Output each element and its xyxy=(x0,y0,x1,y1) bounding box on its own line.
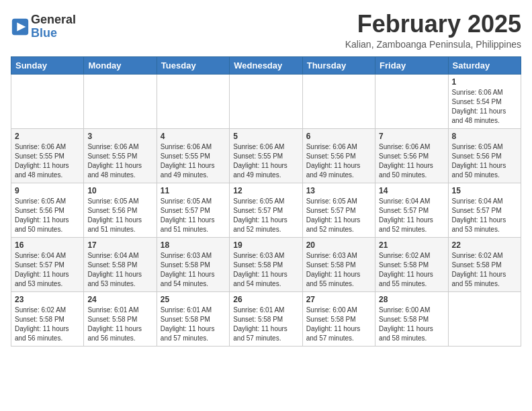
calendar-cell: 2Sunrise: 6:06 AM Sunset: 5:55 PM Daylig… xyxy=(11,128,84,183)
day-info: Sunrise: 6:05 AM Sunset: 5:56 PM Dayligh… xyxy=(15,197,80,234)
day-info: Sunrise: 6:01 AM Sunset: 5:58 PM Dayligh… xyxy=(233,306,298,343)
day-number: 28 xyxy=(379,295,444,304)
calendar-cell: 11Sunrise: 6:05 AM Sunset: 5:57 PM Dayli… xyxy=(157,183,229,237)
calendar-cell: 5Sunrise: 6:06 AM Sunset: 5:55 PM Daylig… xyxy=(230,128,302,183)
calendar-cell: 8Sunrise: 6:05 AM Sunset: 5:56 PM Daylig… xyxy=(448,128,521,183)
day-info: Sunrise: 6:02 AM Sunset: 5:58 PM Dayligh… xyxy=(379,251,444,289)
day-info: Sunrise: 6:00 AM Sunset: 5:58 PM Dayligh… xyxy=(306,306,371,343)
calendar-cell: 19Sunrise: 6:03 AM Sunset: 5:58 PM Dayli… xyxy=(230,237,302,291)
calendar-week-row: 9Sunrise: 6:05 AM Sunset: 5:56 PM Daylig… xyxy=(11,183,521,237)
calendar-table: SundayMondayTuesdayWednesdayThursdayFrid… xyxy=(11,56,521,347)
calendar-cell: 3Sunrise: 6:06 AM Sunset: 5:55 PM Daylig… xyxy=(84,128,157,183)
day-info: Sunrise: 6:04 AM Sunset: 5:57 PM Dayligh… xyxy=(15,251,80,289)
calendar-cell: 22Sunrise: 6:02 AM Sunset: 5:58 PM Dayli… xyxy=(448,237,521,291)
calendar-cell: 10Sunrise: 6:05 AM Sunset: 5:56 PM Dayli… xyxy=(84,183,157,237)
calendar-cell: 26Sunrise: 6:01 AM Sunset: 5:58 PM Dayli… xyxy=(230,291,302,346)
weekday-header: Friday xyxy=(375,56,448,74)
weekday-header: Tuesday xyxy=(157,56,229,74)
month-year: February 2025 xyxy=(345,11,521,38)
day-info: Sunrise: 6:01 AM Sunset: 5:58 PM Dayligh… xyxy=(87,306,152,343)
weekday-header: Sunday xyxy=(11,56,84,74)
day-number: 10 xyxy=(87,186,152,195)
weekday-header: Wednesday xyxy=(230,56,302,74)
day-info: Sunrise: 6:06 AM Sunset: 5:55 PM Dayligh… xyxy=(15,142,80,180)
day-info: Sunrise: 6:05 AM Sunset: 5:57 PM Dayligh… xyxy=(233,197,298,234)
day-number: 18 xyxy=(161,240,226,250)
day-number: 6 xyxy=(306,132,371,141)
day-info: Sunrise: 6:04 AM Sunset: 5:57 PM Dayligh… xyxy=(452,197,517,234)
logo-icon xyxy=(11,17,30,36)
day-number: 2 xyxy=(15,132,80,141)
day-number: 23 xyxy=(15,295,80,304)
day-info: Sunrise: 6:06 AM Sunset: 5:55 PM Dayligh… xyxy=(87,142,152,180)
day-info: Sunrise: 6:06 AM Sunset: 5:55 PM Dayligh… xyxy=(233,142,298,180)
weekday-header: Monday xyxy=(84,56,157,74)
day-info: Sunrise: 6:05 AM Sunset: 5:56 PM Dayligh… xyxy=(452,142,517,180)
calendar-cell: 23Sunrise: 6:02 AM Sunset: 5:58 PM Dayli… xyxy=(11,291,84,346)
day-number: 3 xyxy=(87,132,152,141)
calendar-cell: 28Sunrise: 6:00 AM Sunset: 5:58 PM Dayli… xyxy=(375,291,448,346)
day-number: 21 xyxy=(379,240,444,250)
calendar-week-row: 2Sunrise: 6:06 AM Sunset: 5:55 PM Daylig… xyxy=(11,128,521,183)
title-block: February 2025 Kalian, Zamboanga Peninsul… xyxy=(345,11,521,50)
calendar-cell xyxy=(302,74,375,128)
calendar-cell: 12Sunrise: 6:05 AM Sunset: 5:57 PM Dayli… xyxy=(230,183,302,237)
day-number: 1 xyxy=(452,77,517,87)
calendar-cell xyxy=(157,74,229,128)
day-info: Sunrise: 6:04 AM Sunset: 5:58 PM Dayligh… xyxy=(87,251,152,289)
day-number: 24 xyxy=(87,295,152,304)
calendar-cell: 14Sunrise: 6:04 AM Sunset: 5:57 PM Dayli… xyxy=(375,183,448,237)
day-info: Sunrise: 6:05 AM Sunset: 5:56 PM Dayligh… xyxy=(87,197,152,234)
calendar-header-row: SundayMondayTuesdayWednesdayThursdayFrid… xyxy=(11,56,521,74)
day-info: Sunrise: 6:06 AM Sunset: 5:56 PM Dayligh… xyxy=(306,142,371,180)
logo-text: General Blue xyxy=(31,13,76,40)
day-number: 14 xyxy=(379,186,444,195)
calendar-cell xyxy=(11,74,84,128)
calendar-cell: 24Sunrise: 6:01 AM Sunset: 5:58 PM Dayli… xyxy=(84,291,157,346)
day-number: 27 xyxy=(306,295,371,304)
day-info: Sunrise: 6:03 AM Sunset: 5:58 PM Dayligh… xyxy=(161,251,226,289)
day-number: 25 xyxy=(161,295,226,304)
calendar-week-row: 1Sunrise: 6:06 AM Sunset: 5:54 PM Daylig… xyxy=(11,74,521,128)
calendar-week-row: 16Sunrise: 6:04 AM Sunset: 5:57 PM Dayli… xyxy=(11,237,521,291)
page-header: General Blue February 2025 Kalian, Zambo… xyxy=(11,11,521,50)
calendar-week-row: 23Sunrise: 6:02 AM Sunset: 5:58 PM Dayli… xyxy=(11,291,521,346)
logo-blue: Blue xyxy=(31,27,76,40)
calendar-cell: 13Sunrise: 6:05 AM Sunset: 5:57 PM Dayli… xyxy=(302,183,375,237)
calendar-cell: 17Sunrise: 6:04 AM Sunset: 5:58 PM Dayli… xyxy=(84,237,157,291)
day-info: Sunrise: 6:02 AM Sunset: 5:58 PM Dayligh… xyxy=(452,251,517,289)
day-number: 12 xyxy=(233,186,298,195)
day-number: 5 xyxy=(233,132,298,141)
day-number: 11 xyxy=(161,186,226,195)
day-number: 22 xyxy=(452,240,517,250)
day-info: Sunrise: 6:03 AM Sunset: 5:58 PM Dayligh… xyxy=(306,251,371,289)
day-info: Sunrise: 6:05 AM Sunset: 5:57 PM Dayligh… xyxy=(306,197,371,234)
logo-general: General xyxy=(31,13,76,27)
day-number: 7 xyxy=(379,132,444,141)
day-info: Sunrise: 6:02 AM Sunset: 5:58 PM Dayligh… xyxy=(15,306,80,343)
calendar-cell: 7Sunrise: 6:06 AM Sunset: 5:56 PM Daylig… xyxy=(375,128,448,183)
day-number: 15 xyxy=(452,186,517,195)
calendar-cell: 20Sunrise: 6:03 AM Sunset: 5:58 PM Dayli… xyxy=(302,237,375,291)
day-number: 13 xyxy=(306,186,371,195)
calendar-cell xyxy=(84,74,157,128)
day-number: 19 xyxy=(233,240,298,250)
calendar-cell: 21Sunrise: 6:02 AM Sunset: 5:58 PM Dayli… xyxy=(375,237,448,291)
day-number: 16 xyxy=(15,240,80,250)
calendar-cell: 25Sunrise: 6:01 AM Sunset: 5:58 PM Dayli… xyxy=(157,291,229,346)
day-info: Sunrise: 6:06 AM Sunset: 5:55 PM Dayligh… xyxy=(161,142,226,180)
day-number: 8 xyxy=(452,132,517,141)
calendar-cell xyxy=(375,74,448,128)
weekday-header: Saturday xyxy=(448,56,521,74)
day-info: Sunrise: 6:05 AM Sunset: 5:57 PM Dayligh… xyxy=(161,197,226,234)
day-number: 26 xyxy=(233,295,298,304)
day-number: 17 xyxy=(87,240,152,250)
day-info: Sunrise: 6:01 AM Sunset: 5:58 PM Dayligh… xyxy=(161,306,226,343)
weekday-header: Thursday xyxy=(302,56,375,74)
calendar-cell: 27Sunrise: 6:00 AM Sunset: 5:58 PM Dayli… xyxy=(302,291,375,346)
calendar-cell: 16Sunrise: 6:04 AM Sunset: 5:57 PM Dayli… xyxy=(11,237,84,291)
calendar-cell: 15Sunrise: 6:04 AM Sunset: 5:57 PM Dayli… xyxy=(448,183,521,237)
day-number: 20 xyxy=(306,240,371,250)
day-info: Sunrise: 6:04 AM Sunset: 5:57 PM Dayligh… xyxy=(379,197,444,234)
calendar-cell: 18Sunrise: 6:03 AM Sunset: 5:58 PM Dayli… xyxy=(157,237,229,291)
